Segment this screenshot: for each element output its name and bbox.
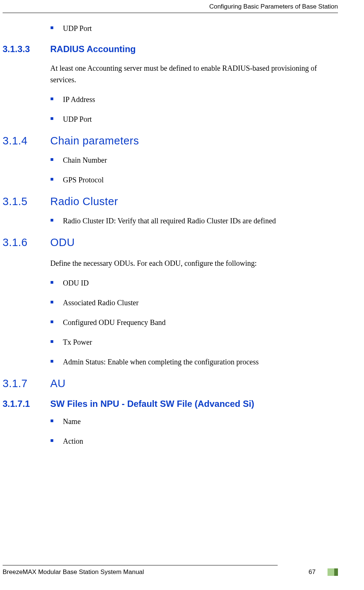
- section-title: ODU: [50, 236, 75, 249]
- section-title: RADIUS Accounting: [50, 44, 136, 54]
- bullet-list-3171: Name Action: [3, 417, 338, 446]
- list-item: Associated Radio Cluster: [50, 299, 338, 307]
- bar-segment-dark: [334, 568, 338, 576]
- footer-color-bar: [328, 568, 338, 576]
- section-title: AU: [50, 377, 66, 390]
- page-footer: BreezeMAX Modular Base Station System Ma…: [3, 565, 338, 576]
- list-item: UDP Port: [50, 115, 338, 124]
- bullet-list-314: Chain Number GPS Protocol: [3, 156, 338, 184]
- section-body: Define the necessary ODUs. For each ODU,…: [3, 258, 338, 269]
- section-number: 3.1.6: [3, 236, 50, 249]
- section-heading-315: 3.1.5 Radio Cluster: [3, 195, 338, 208]
- section-heading-317: 3.1.7 AU: [3, 377, 338, 390]
- list-item: IP Address: [50, 95, 338, 104]
- section-number: 3.1.5: [3, 195, 50, 208]
- list-item: Admin Status: Enable when completing the…: [50, 358, 338, 366]
- page-header-title: Configuring Basic Parameters of Base Sta…: [0, 0, 364, 10]
- bullet-list-316: ODU ID Associated Radio Cluster Configur…: [3, 279, 338, 366]
- list-item: Chain Number: [50, 156, 338, 165]
- bullet-list-3133: IP Address UDP Port: [3, 95, 338, 124]
- section-number: 3.1.3.3: [3, 44, 50, 54]
- footer-divider: [3, 565, 278, 565]
- footer-row: BreezeMAX Modular Base Station System Ma…: [3, 568, 338, 576]
- list-item: Radio Cluster ID: Verify that all requir…: [50, 217, 338, 225]
- bullet-list-315: Radio Cluster ID: Verify that all requir…: [3, 217, 338, 225]
- section-title: Radio Cluster: [50, 195, 118, 208]
- list-item: Name: [50, 417, 338, 426]
- section-heading-3171: 3.1.7.1 SW Files in NPU - Default SW Fil…: [3, 399, 338, 409]
- list-item: Action: [50, 437, 338, 446]
- list-item: Configured ODU Frequency Band: [50, 318, 338, 327]
- footer-page-number: 67: [309, 568, 316, 576]
- section-heading-3133: 3.1.3.3 RADIUS Accounting: [3, 44, 338, 54]
- section-body: At least one Accounting server must be d…: [3, 63, 338, 86]
- section-number: 3.1.7.1: [3, 399, 50, 409]
- page-content: UDP Port 3.1.3.3 RADIUS Accounting At le…: [0, 13, 364, 446]
- section-heading-316: 3.1.6 ODU: [3, 236, 338, 249]
- section-title: Chain parameters: [50, 135, 139, 147]
- bar-segment-light: [328, 568, 334, 576]
- list-item: GPS Protocol: [50, 176, 338, 184]
- top-bullet-list: UDP Port: [3, 24, 338, 33]
- section-number: 3.1.7: [3, 377, 50, 390]
- footer-manual-title: BreezeMAX Modular Base Station System Ma…: [3, 568, 309, 576]
- list-item: ODU ID: [50, 279, 338, 287]
- section-number: 3.1.4: [3, 135, 50, 147]
- list-item: Tx Power: [50, 338, 338, 347]
- section-title: SW Files in NPU - Default SW File (Advan…: [50, 399, 254, 409]
- section-heading-314: 3.1.4 Chain parameters: [3, 135, 338, 147]
- list-item: UDP Port: [50, 24, 338, 33]
